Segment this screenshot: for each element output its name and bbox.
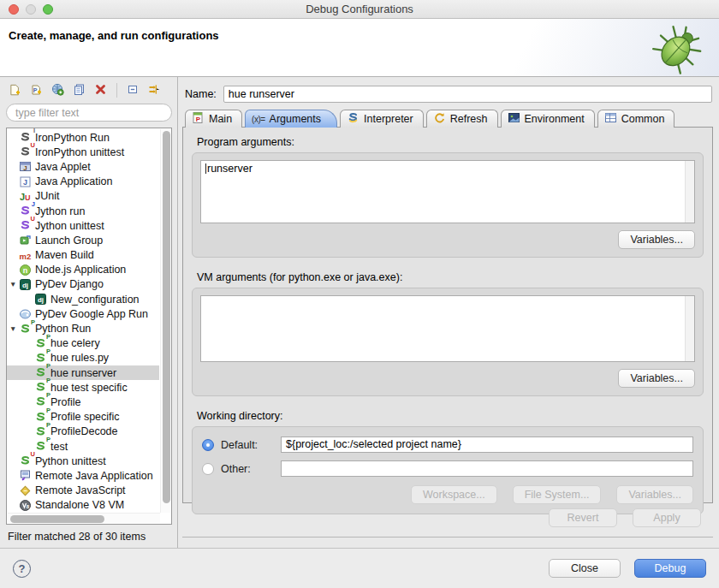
tree-item[interactable]: U Python unittest <box>7 454 159 468</box>
working-directory-buttons: Workspace...File System...Variables... <box>200 485 693 504</box>
tree-item-label: Node.js Application <box>35 264 126 276</box>
expander-icon[interactable] <box>9 280 19 288</box>
tree-item[interactable]: Remote Java Application <box>7 468 159 483</box>
tree-item[interactable]: dj PyDev Django <box>7 277 159 292</box>
working-directory-button[interactable]: Variables... <box>616 485 693 504</box>
vm-arguments-textarea[interactable] <box>200 295 695 362</box>
tree-item-label: Remote JavaScript <box>35 484 126 496</box>
vm-arguments-variables-button[interactable]: Variables... <box>618 369 695 388</box>
tree-item[interactable]: P Python Run <box>7 321 159 336</box>
tree-item[interactable]: n Node.js Application <box>7 263 159 277</box>
type-badge: P <box>46 407 51 414</box>
tree-item-label: PyDev Google App Run <box>35 308 148 320</box>
tree-item[interactable]: 8 Standalone V8 VM <box>7 498 159 513</box>
tree-item[interactable]: P Profile specific <box>7 410 159 425</box>
tree-item[interactable]: P hue celery <box>7 336 159 351</box>
tree-item-label: Remote Java Application <box>35 470 153 482</box>
tree-item[interactable]: JU JUnit <box>7 189 159 204</box>
tab[interactable]: (x)= Arguments <box>245 110 337 128</box>
tree-item[interactable]: J Java Applet <box>7 159 159 174</box>
filter-menu-icon <box>148 83 161 98</box>
tree-item-label: ProfileDecode <box>51 425 118 437</box>
working-directory-button[interactable]: Workspace... <box>411 485 497 504</box>
tab[interactable]: Refresh <box>426 110 498 128</box>
tree-item-label: hue celery <box>51 337 100 349</box>
tab[interactable]: Environment <box>501 110 595 128</box>
tree-item-label: Python unittest <box>35 455 106 467</box>
scrollbar-thumb[interactable] <box>163 131 170 503</box>
tree-item[interactable]: dj New_configuration <box>7 292 159 306</box>
toolbar-button[interactable] <box>51 83 65 98</box>
tree-item[interactable]: P hue rules.py <box>7 351 159 365</box>
tree-vertical-scrollbar[interactable] <box>160 129 170 513</box>
other-directory-field[interactable] <box>281 460 693 477</box>
close-window-button[interactable] <box>9 4 19 15</box>
revert-button[interactable]: Revert <box>549 508 617 527</box>
type-badge: P <box>31 319 35 326</box>
tree-item[interactable]: U Jython unittest <box>7 218 159 233</box>
tab[interactable]: Common <box>597 110 675 128</box>
refresh-tab-icon <box>433 111 446 127</box>
help-button[interactable]: ? <box>13 560 31 578</box>
tree-item[interactable]: P hue runserver <box>7 365 159 380</box>
tree-item[interactable]: m2 Maven Build <box>7 248 159 263</box>
type-badge: P <box>46 377 51 384</box>
toolbar-button[interactable] <box>126 83 140 98</box>
program-arguments-label: Program arguments: <box>192 134 704 152</box>
default-directory-field[interactable]: ${project_loc:/selected project name} <box>281 437 693 453</box>
python-icon <box>34 425 47 438</box>
zoom-window-button[interactable] <box>43 4 53 15</box>
tree-item-label: hue test specific <box>51 382 128 394</box>
default-radio[interactable] <box>202 439 214 451</box>
tree-item[interactable]: Remote JavaScript <box>7 484 159 498</box>
tree-item[interactable]: Launch Group <box>7 233 159 247</box>
tree-item[interactable]: P Profile <box>7 395 159 409</box>
debug-button[interactable]: Debug <box>634 559 706 578</box>
tree-item-label: hue rules.py <box>51 352 109 364</box>
type-badge: P <box>46 348 51 355</box>
tree-item[interactable]: U IronPython unittest <box>7 145 159 159</box>
tree-horizontal-scrollbar[interactable] <box>8 513 160 523</box>
textarea-scrollbar[interactable] <box>685 296 694 361</box>
toolbar-button[interactable] <box>72 83 86 98</box>
header-banner: Create, manage, and run configurations <box>0 19 719 77</box>
tree-item[interactable]: PyDev Google App Run <box>7 306 159 321</box>
default-label: Default: <box>221 439 274 451</box>
filter-status: Filter matched 28 of 30 items <box>6 525 172 544</box>
tree-item[interactable]: J Java Application <box>7 175 159 189</box>
toolbar-button[interactable] <box>147 83 162 98</box>
name-label: Name: <box>185 88 217 100</box>
tree-item-label: Maven Build <box>35 249 94 261</box>
django-icon: dj <box>19 278 32 291</box>
tree-item[interactable]: P ProfileDecode <box>7 425 159 439</box>
tree-item-label: test <box>51 441 68 453</box>
tab[interactable]: P Main <box>185 110 242 128</box>
toolbar-button[interactable] <box>93 83 108 98</box>
tab[interactable]: Interpreter <box>340 110 424 128</box>
svg-text:J: J <box>23 178 27 187</box>
name-input[interactable] <box>223 86 712 103</box>
tree-rows: I IronPython Run U IronPython unittest J… <box>7 130 171 513</box>
toolbar-button[interactable] <box>8 83 22 98</box>
program-arguments-textarea[interactable]: runserver <box>200 160 695 223</box>
working-directory-button[interactable]: File System... <box>513 485 602 504</box>
python-icon <box>34 395 47 408</box>
filter-input[interactable] <box>6 104 172 122</box>
tree-item[interactable]: P hue test specific <box>7 380 159 395</box>
svg-text:dj: dj <box>22 282 28 289</box>
tree-item-label: IronPython unittest <box>35 146 124 158</box>
toolbar-button[interactable]: P <box>29 83 44 98</box>
other-radio[interactable] <box>202 463 214 475</box>
scrollbar-thumb[interactable] <box>10 515 104 523</box>
expander-icon[interactable] <box>9 324 19 333</box>
apply-button[interactable]: Apply <box>633 508 701 527</box>
close-button[interactable]: Close <box>549 559 621 578</box>
junit-icon: JU <box>19 190 32 203</box>
tab-bar: P Main (x)= Arguments Interpreter Refres… <box>182 110 713 128</box>
new-configuration-icon <box>9 83 21 98</box>
textarea-scrollbar[interactable] <box>685 161 694 223</box>
java-application-icon: J <box>19 175 32 188</box>
titlebar: Debug Configurations <box>0 0 719 19</box>
program-arguments-variables-button[interactable]: Variables... <box>618 230 695 249</box>
tree-item-label: Java Applet <box>35 161 91 173</box>
